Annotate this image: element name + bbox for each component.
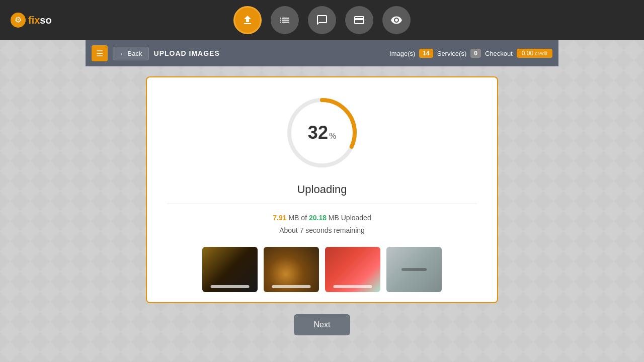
- nav-list-button[interactable]: [271, 6, 299, 34]
- back-button[interactable]: ← Back: [113, 47, 149, 60]
- services-label: Service(s): [437, 50, 467, 57]
- progress-circle: 32%: [282, 93, 362, 173]
- progress-value: 32%: [308, 122, 336, 143]
- logo: ⚙ fixso: [10, 12, 52, 28]
- upload-icon: [242, 14, 254, 26]
- mb-of-label: MB of: [288, 214, 308, 222]
- menu-button[interactable]: ☰: [92, 45, 108, 61]
- chat-icon: [316, 14, 328, 26]
- main-content: 32% Uploading 7.91 MB of 20.18 MB Upload…: [0, 66, 644, 335]
- payment-icon: [353, 14, 365, 26]
- thumb-progress-2: [272, 285, 311, 288]
- thumbnails-row: [167, 247, 477, 292]
- list-icon: [279, 14, 291, 26]
- svg-text:⚙: ⚙: [15, 16, 22, 24]
- upload-stats: 7.91 MB of 20.18 MB Uploaded About 7 sec…: [273, 212, 371, 237]
- uploaded-mb: 7.91: [273, 214, 286, 222]
- thumbnail-4: [386, 247, 442, 292]
- nav-upload-button[interactable]: [233, 6, 262, 34]
- eye-icon: [390, 14, 403, 26]
- thumbnail-1: [202, 247, 258, 292]
- subheader: ☰ ← Back UPLOAD IMAGES Image(s) 14 Servi…: [86, 40, 558, 66]
- images-label: Image(s): [389, 50, 415, 57]
- top-navigation: ⚙ fixso: [0, 0, 644, 40]
- upload-card: 32% Uploading 7.91 MB of 20.18 MB Upload…: [146, 76, 498, 303]
- thumbnail-3: [325, 247, 380, 292]
- nav-preview-button[interactable]: [382, 6, 411, 34]
- next-button[interactable]: Next: [294, 314, 351, 335]
- mb-uploaded-label: MB Uploaded: [329, 214, 371, 222]
- checkout-label: Checkout: [485, 50, 513, 57]
- thumbnail-2: [264, 247, 319, 292]
- upload-status-label: Uploading: [297, 183, 347, 196]
- divider: [167, 204, 477, 204]
- logo-text: fixso: [28, 15, 52, 26]
- images-count-badge: 14: [419, 49, 433, 58]
- nav-icon-group: [233, 6, 411, 34]
- nav-payment-button[interactable]: [345, 6, 373, 34]
- checkout-value-badge: 0.00 credit: [517, 49, 552, 58]
- page-title: UPLOAD IMAGES: [154, 49, 220, 57]
- logo-icon: ⚙: [10, 12, 26, 28]
- thumb-progress-3: [334, 285, 372, 288]
- nav-chat-button[interactable]: [308, 6, 336, 34]
- next-button-container: Next: [294, 314, 351, 335]
- total-mb: 20.18: [309, 214, 327, 222]
- time-remaining: About 7 seconds remaining: [273, 224, 371, 237]
- progress-container: 32% Uploading 7.91 MB of 20.18 MB Upload…: [167, 93, 477, 237]
- thumb-progress-1: [211, 285, 250, 288]
- header-right: Image(s) 14 Service(s) 0 Checkout 0.00 c…: [389, 49, 552, 58]
- services-count-badge: 0: [470, 49, 481, 58]
